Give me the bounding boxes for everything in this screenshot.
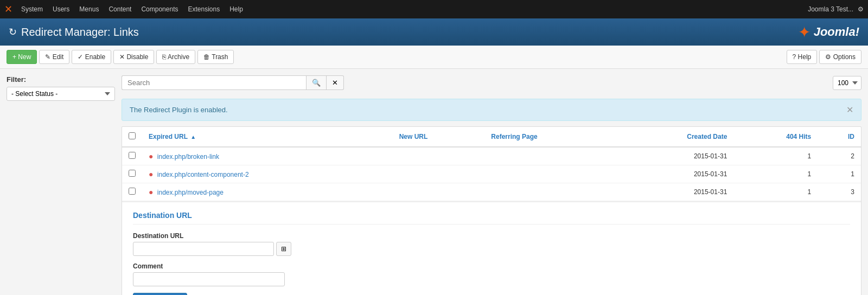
search-clear-button[interactable]: ✕	[327, 75, 344, 90]
search-input[interactable]	[122, 75, 306, 90]
sort-arrow-icon: ▲	[190, 134, 196, 140]
joomla-star-icon: ✦	[798, 23, 810, 41]
created-date-cell-1: 2015-01-31	[616, 147, 733, 165]
page-title: Redirect Manager: Links	[21, 26, 139, 39]
expired-url-cell-1: ● index.php/broken-link	[142, 147, 393, 165]
hits-cell-3: 1	[733, 183, 818, 201]
archive-button[interactable]: ⎘ Archive	[156, 50, 195, 64]
col-hits-label: 404 Hits	[786, 133, 811, 140]
status-filter[interactable]: - Select Status - Enabled Disabled Archi…	[7, 87, 115, 101]
table-body: ● index.php/broken-link 2015-01-31 1 2	[122, 147, 861, 201]
joomla-logo: ✦ Joomla!	[798, 23, 859, 41]
row-checkbox-3[interactable]	[129, 188, 136, 195]
dest-url-input[interactable]	[133, 242, 274, 256]
enable-button[interactable]: ✓ Enable	[72, 50, 111, 64]
col-referring-page[interactable]: Referring Page	[484, 127, 616, 147]
new-url-cell-2	[393, 165, 485, 183]
content-area: Filter: - Select Status - Enabled Disabl…	[0, 69, 868, 295]
refresh-icon[interactable]: ↻	[9, 26, 17, 38]
nav-components[interactable]: Components	[137, 3, 182, 15]
options-button[interactable]: ⚙ Options	[819, 50, 861, 64]
filter-sidebar: Filter: - Select Status - Enabled Disabl…	[7, 75, 115, 101]
nav-left: ✕ System Users Menus Content Components …	[4, 3, 247, 15]
col-new-url[interactable]: New URL	[393, 127, 485, 147]
nav-system[interactable]: System	[17, 3, 47, 15]
expired-url-cell-3: ● index.php/moved-page	[142, 183, 393, 201]
new-url-cell-1	[393, 147, 485, 165]
col-id-label: ID	[848, 133, 854, 140]
header-bar: ↻ Redirect Manager: Links ✦ Joomla!	[0, 18, 868, 46]
table-header: Expired URL ▲ New URL Referring Page Cre…	[122, 127, 861, 147]
nav-extensions[interactable]: Extensions	[183, 3, 224, 15]
dest-url-label: Destination URL	[133, 232, 850, 240]
col-id[interactable]: ID	[818, 127, 861, 147]
joomla-x-icon: ✕	[4, 3, 12, 15]
col-expired-url-label: Expired URL	[149, 133, 188, 140]
referring-page-cell-1	[484, 147, 616, 165]
per-page-select[interactable]: 5 10 15 20 25 30 50 100 200	[833, 76, 861, 90]
comment-label: Comment	[133, 262, 850, 270]
comment-input[interactable]	[133, 272, 285, 286]
id-cell-1: 2	[818, 147, 861, 165]
new-button[interactable]: + New	[7, 50, 37, 64]
nav-right: Joomla 3 Test... ⚙	[808, 5, 864, 13]
search-row: 🔍 ✕	[122, 75, 344, 90]
batch-title: Destination URL	[133, 211, 850, 225]
help-button[interactable]: ? Help	[787, 50, 818, 64]
row-checkbox-cell-2	[122, 165, 142, 183]
col-referring-page-label: Referring Page	[491, 133, 537, 140]
update-links-button[interactable]: Update Links	[133, 293, 187, 295]
alert-banner: The Redirect Plugin is enabled. ✕	[122, 99, 861, 121]
toolbar-right: ? Help ⚙ Options	[787, 50, 861, 64]
id-cell-2: 1	[818, 165, 861, 183]
hits-cell-1: 1	[733, 147, 818, 165]
search-submit-button[interactable]: 🔍	[306, 75, 327, 90]
nav-menus[interactable]: Menus	[75, 3, 103, 15]
edit-button[interactable]: ✎ Edit	[39, 50, 69, 64]
site-name[interactable]: Joomla 3 Test...	[808, 5, 853, 13]
top-navigation: ✕ System Users Menus Content Components …	[0, 0, 868, 18]
nav-content[interactable]: Content	[104, 3, 136, 15]
batch-section: Destination URL Destination URL ⊞ Commen…	[122, 201, 861, 295]
expired-url-link-2[interactable]: index.php/content-component-2	[157, 171, 249, 178]
filter-row: Filter: - Select Status - Enabled Disabl…	[7, 75, 861, 295]
expired-url-link-1[interactable]: index.php/broken-link	[157, 153, 219, 161]
expired-url-link-3[interactable]: index.php/moved-page	[157, 189, 224, 196]
status-indicator-3: ●	[149, 188, 153, 196]
referring-page-cell-3	[484, 183, 616, 201]
col-created-date[interactable]: Created Date	[616, 127, 733, 147]
id-cell-3: 3	[818, 183, 861, 201]
referring-page-cell-2	[484, 165, 616, 183]
dest-url-pick-button[interactable]: ⊞	[276, 242, 291, 256]
settings-icon[interactable]: ⚙	[858, 5, 864, 13]
row-checkbox-1[interactable]	[129, 152, 136, 159]
col-hits[interactable]: 404 Hits	[733, 127, 818, 147]
links-table: Expired URL ▲ New URL Referring Page Cre…	[122, 127, 861, 201]
disable-button[interactable]: ✕ Disable	[113, 50, 154, 64]
created-date-cell-2: 2015-01-31	[616, 165, 733, 183]
table-row: ● index.php/moved-page 2015-01-31 1 3	[122, 183, 861, 201]
dest-url-field: Destination URL ⊞	[133, 232, 850, 256]
col-created-date-label: Created Date	[687, 133, 727, 140]
dest-url-input-wrapper: ⊞	[133, 242, 850, 256]
toolbar: + New ✎ Edit ✓ Enable ✕ Disable ⎘ Archiv…	[0, 46, 868, 69]
nav-help[interactable]: Help	[225, 3, 247, 15]
comment-field: Comment	[133, 262, 850, 286]
table-row: ● index.php/content-component-2 2015-01-…	[122, 165, 861, 183]
row-checkbox-cell-1	[122, 147, 142, 165]
select-all-checkbox[interactable]	[129, 132, 136, 139]
alert-close-button[interactable]: ✕	[846, 105, 853, 115]
col-new-url-label: New URL	[399, 133, 428, 140]
col-expired-url[interactable]: Expired URL ▲	[142, 127, 393, 147]
status-indicator-1: ●	[149, 152, 153, 161]
new-url-cell-3	[393, 183, 485, 201]
search-area: 🔍 ✕ 5 10 15 20 25 30 50 100 200	[122, 75, 861, 295]
select-all-header	[122, 127, 142, 147]
expired-url-cell-2: ● index.php/content-component-2	[142, 165, 393, 183]
nav-users[interactable]: Users	[48, 3, 74, 15]
row-checkbox-2[interactable]	[129, 170, 136, 177]
filter-label: Filter:	[7, 75, 115, 84]
row-checkbox-cell-3	[122, 183, 142, 201]
trash-button[interactable]: 🗑 Trash	[197, 50, 234, 64]
per-page-wrapper: 5 10 15 20 25 30 50 100 200	[833, 76, 861, 90]
